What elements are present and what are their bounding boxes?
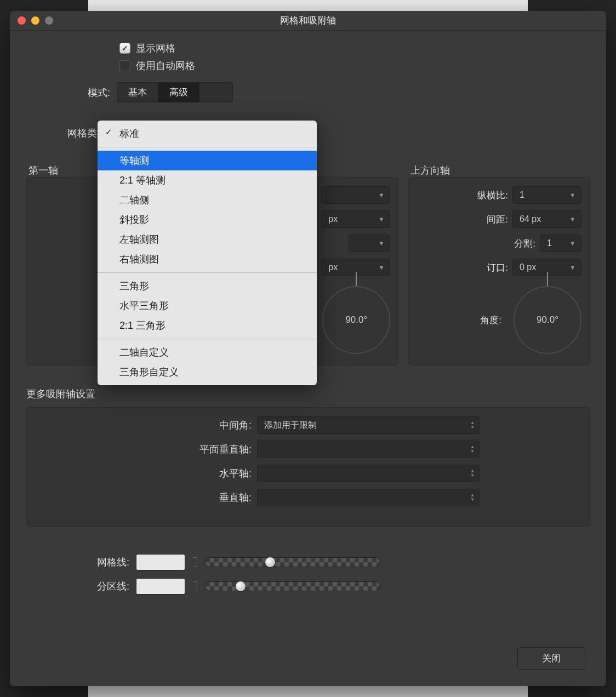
grid-type-menu: 标准 等轴测 2:1 等轴测 二轴侧 斜投影 左轴测图 右轴测图 三角形 水平三… <box>98 121 317 385</box>
mid-angle-combo[interactable]: 添加用于限制 ▲▼ <box>257 416 480 434</box>
slider-thumb[interactable] <box>265 557 276 568</box>
up-axis-angle-knob[interactable]: 90.0° <box>514 286 581 354</box>
horiz-axis-label: 水平轴: <box>49 467 257 480</box>
chevron-down-icon: ▼ <box>569 192 575 198</box>
menu-item-standard[interactable]: 标准 <box>98 124 317 144</box>
plane-vert-combo[interactable]: ▲▼ <box>257 441 480 458</box>
menu-item-triangle[interactable]: 三角形 <box>98 276 317 296</box>
p3-spacing-dropdown[interactable]: 64 px▼ <box>512 210 581 228</box>
canvas-background-bottom <box>88 686 528 697</box>
chevron-down-icon: ▼ <box>378 192 384 198</box>
window-controls <box>18 16 53 25</box>
p3-ratio-value: 1 <box>520 190 524 200</box>
p3-spacing-label: 间距: <box>487 213 508 226</box>
menu-item-2-1-isometric[interactable]: 2:1 等轴测 <box>98 170 317 190</box>
second-axis-angle-knob[interactable]: 90.0° <box>322 286 390 354</box>
mid-angle-label: 中间角: <box>49 419 257 432</box>
minimize-window-button[interactable] <box>31 16 39 25</box>
close-button[interactable]: 关闭 <box>517 647 585 670</box>
menu-separator <box>98 272 317 273</box>
grid-line-label: 网格线: <box>26 556 136 569</box>
slider-thumb[interactable] <box>235 581 246 592</box>
more-settings-heading: 更多吸附轴设置 <box>26 387 590 401</box>
up-axis-panel: 纵横比: 1▼ 间距: 64 px▼ 分割: 1▼ 订口: 0 px▼ 角度: <box>408 177 590 365</box>
mode-extra-option[interactable] <box>199 83 232 102</box>
p2-spacing-value: px <box>328 214 338 224</box>
vert-axis-label: 垂直轴: <box>49 491 257 504</box>
mid-angle-value: 添加用于限制 <box>264 420 317 431</box>
plane-vert-label: 平面垂直轴: <box>49 443 257 456</box>
zoom-window-button[interactable] <box>45 16 53 25</box>
knob-indicator <box>547 272 548 286</box>
mode-label: 模式: <box>26 86 117 99</box>
chevron-down-icon: ▼ <box>569 240 575 247</box>
knob-indicator <box>356 272 357 286</box>
p3-gutter-label: 订口: <box>487 261 508 274</box>
chevron-down-icon: ▼ <box>378 240 384 247</box>
grid-snap-dialog: 网格和吸附轴 显示网格 使用自动网格 模式: 基本 高级 网格类型 ▼ <box>10 11 606 686</box>
close-window-button[interactable] <box>18 16 26 25</box>
up-axis-heading: 上方向轴 <box>408 164 590 177</box>
zone-line-color-swatch[interactable] <box>136 578 185 595</box>
p2-spacing-dropdown[interactable]: px▼ <box>321 210 390 228</box>
p3-angle-value: 90.0° <box>537 315 558 325</box>
titlebar: 网格和吸附轴 <box>10 11 606 31</box>
p2-divide-dropdown[interactable]: ▼ <box>349 235 390 252</box>
dialog-title: 网格和吸附轴 <box>280 14 336 27</box>
link-colors-icon[interactable] <box>190 581 201 591</box>
menu-item-custom-triangle[interactable]: 三角形自定义 <box>98 362 317 382</box>
p3-ratio-dropdown[interactable]: 1▼ <box>512 186 581 204</box>
chevron-down-icon: ▼ <box>569 264 575 271</box>
menu-item-isometric[interactable]: 等轴测 <box>98 151 317 170</box>
menu-separator <box>98 147 317 147</box>
p3-angle-label: 角度: <box>480 314 501 327</box>
zone-line-label: 分区线: <box>26 580 136 593</box>
show-grid-checkbox[interactable] <box>119 43 130 54</box>
menu-item-custom-dimetric[interactable]: 二轴自定义 <box>98 342 317 362</box>
menu-item-2-1-triangle[interactable]: 2:1 三角形 <box>98 316 317 335</box>
link-colors-icon[interactable] <box>190 557 201 567</box>
mode-advanced-option[interactable]: 高级 <box>158 83 199 102</box>
p3-divide-dropdown[interactable]: 1▼ <box>540 235 581 252</box>
grid-line-opacity-slider[interactable] <box>205 557 380 567</box>
grid-line-color-swatch[interactable] <box>136 554 185 570</box>
menu-separator <box>98 339 317 339</box>
more-settings-panel: 中间角: 添加用于限制 ▲▼ 平面垂直轴: ▲▼ 水平轴: ▲▼ 垂直轴: ▲▼ <box>26 407 590 527</box>
p3-gutter-value: 0 px <box>520 262 536 272</box>
mode-basic-option[interactable]: 基本 <box>117 83 158 102</box>
p3-ratio-label: 纵横比: <box>477 189 508 202</box>
menu-item-oblique[interactable]: 斜投影 <box>98 210 317 230</box>
stepper-icon[interactable]: ▲▼ <box>470 445 475 454</box>
menu-item-right-axon[interactable]: 右轴测图 <box>98 249 317 269</box>
stepper-icon[interactable]: ▲▼ <box>470 421 475 430</box>
auto-grid-checkbox[interactable] <box>119 60 130 71</box>
p2-gutter-value: px <box>328 262 338 272</box>
p3-divide-label: 分割: <box>514 237 535 250</box>
menu-item-h-triangle[interactable]: 水平三角形 <box>98 296 317 316</box>
stepper-icon[interactable]: ▲▼ <box>470 469 475 478</box>
show-grid-label: 显示网格 <box>136 42 175 55</box>
menu-item-left-axon[interactable]: 左轴测图 <box>98 230 317 249</box>
p2-ratio-dropdown[interactable]: ▼ <box>321 186 390 204</box>
p2-angle-value: 90.0° <box>345 315 367 325</box>
vert-axis-combo[interactable]: ▲▼ <box>257 489 480 506</box>
mode-segmented-control[interactable]: 基本 高级 <box>117 82 233 102</box>
p3-spacing-value: 64 px <box>520 214 541 224</box>
chevron-down-icon: ▼ <box>569 216 575 222</box>
stepper-icon[interactable]: ▲▼ <box>470 493 475 502</box>
zone-line-opacity-slider[interactable] <box>205 581 380 591</box>
chevron-down-icon: ▼ <box>378 264 384 271</box>
horiz-axis-combo[interactable]: ▲▼ <box>257 465 480 482</box>
canvas-background-top <box>88 0 528 11</box>
auto-grid-label: 使用自动网格 <box>136 59 195 72</box>
menu-item-dimetric[interactable]: 二轴侧 <box>98 190 317 210</box>
p3-divide-value: 1 <box>547 238 552 248</box>
chevron-down-icon: ▼ <box>378 216 384 222</box>
